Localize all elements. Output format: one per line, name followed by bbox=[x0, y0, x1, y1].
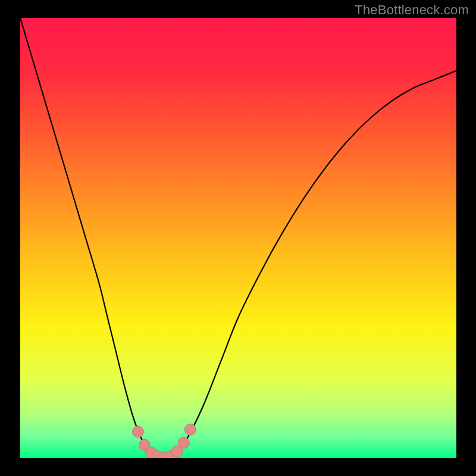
curve-marker bbox=[184, 424, 196, 435]
bottleneck-chart bbox=[0, 0, 476, 476]
curve-marker bbox=[178, 437, 189, 449]
curve-marker bbox=[132, 426, 143, 437]
chart-frame: { "watermark": "TheBottleneck.com", "col… bbox=[0, 0, 476, 476]
watermark-text: TheBottleneck.com bbox=[355, 2, 469, 18]
